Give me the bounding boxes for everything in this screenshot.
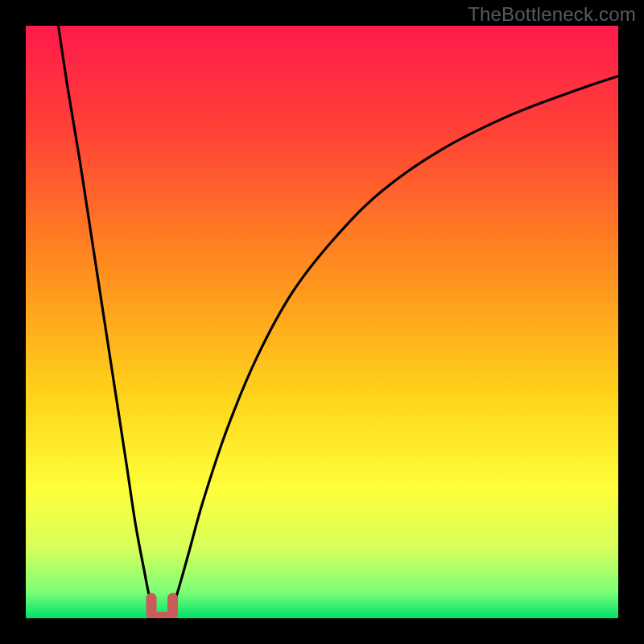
- bottleneck-chart: [26, 26, 618, 618]
- gradient-panel: [26, 26, 618, 618]
- watermark-text: TheBottleneck.com: [468, 3, 636, 26]
- chart-frame: TheBottleneck.com: [0, 0, 644, 644]
